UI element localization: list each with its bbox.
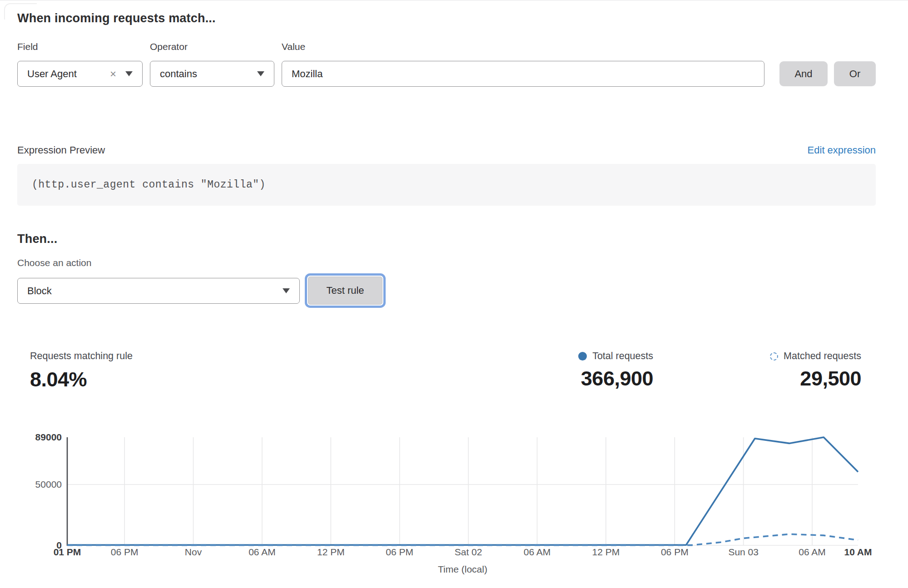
action-select[interactable]: Block (17, 278, 300, 304)
x-axis-tick-label: 06 AM (248, 547, 276, 557)
x-axis-tick-label: 10 AM (844, 547, 872, 557)
x-axis-tick-label: Sat 02 (455, 547, 482, 557)
matched-requests-stat: Matched requests 29,500 (700, 351, 861, 390)
action-select-value: Block (18, 285, 283, 297)
total-requests-stat: Total requests 366,900 (500, 351, 653, 390)
chevron-down-icon (257, 71, 264, 76)
operator-select[interactable]: contains (150, 61, 274, 87)
requests-matching-value: 8.04% (30, 368, 133, 391)
requests-matching-label: Requests matching rule (30, 351, 133, 362)
field-select[interactable]: User Agent × (17, 61, 143, 87)
x-axis-tick-label: 06 AM (524, 547, 551, 557)
x-axis-tick-label: 01 PM (54, 547, 81, 557)
x-axis-tick-label: 06 PM (661, 547, 689, 557)
x-axis-tick-label: Sun 03 (728, 547, 759, 557)
total-requests-legend-icon (578, 352, 587, 361)
matched-requests-label: Matched requests (784, 351, 861, 362)
field-label: Field (17, 41, 38, 52)
x-axis-tick-label: 06 PM (386, 547, 413, 557)
value-input[interactable] (282, 61, 764, 86)
clear-field-icon[interactable]: × (110, 69, 116, 79)
matched-requests-legend-icon (770, 352, 778, 361)
x-axis-tick-label: Nov (185, 547, 202, 557)
test-rule-button[interactable]: Test rule (308, 277, 382, 305)
requests-matching-stat: Requests matching rule 8.04% (30, 351, 133, 391)
x-axis-tick-label: 06 PM (111, 547, 139, 557)
value-input-wrap (282, 61, 764, 87)
field-select-value: User Agent (18, 68, 110, 80)
choose-action-label: Choose an action (17, 257, 91, 268)
x-axis-tick-label: 06 AM (799, 547, 826, 557)
y-axis-tick-label: 89000 (35, 432, 62, 442)
series-total-requests (67, 437, 858, 545)
chevron-down-icon (283, 288, 290, 293)
requests-line-chart: 8900050000001 PM06 PMNov06 AM12 PM06 PMS… (0, 422, 908, 588)
value-label: Value (282, 41, 305, 52)
expression-preview-label: Expression Preview (17, 144, 105, 156)
matched-requests-value: 29,500 (700, 367, 861, 390)
edit-expression-link[interactable]: Edit expression (808, 144, 876, 156)
or-button[interactable]: Or (834, 61, 876, 86)
x-axis-tick-label: 12 PM (592, 547, 620, 557)
expression-code-block: (http.user_agent contains "Mozilla") (17, 164, 876, 206)
series-matched-requests (67, 534, 858, 545)
x-axis-title: Time (local) (438, 564, 487, 574)
y-axis-tick-label: 50000 (35, 479, 62, 489)
expression-code: (http.user_agent contains "Mozilla") (32, 179, 266, 191)
card-top-edge (0, 0, 908, 1)
total-requests-label: Total requests (592, 351, 653, 362)
rule-builder-heading: When incoming requests match... (17, 11, 216, 25)
chevron-down-icon (125, 71, 133, 76)
operator-label: Operator (150, 41, 188, 52)
x-axis-tick-label: 12 PM (317, 547, 345, 557)
operator-select-value: contains (150, 68, 257, 80)
total-requests-value: 366,900 (500, 367, 653, 390)
then-heading: Then... (17, 232, 57, 246)
and-button[interactable]: And (779, 61, 828, 86)
